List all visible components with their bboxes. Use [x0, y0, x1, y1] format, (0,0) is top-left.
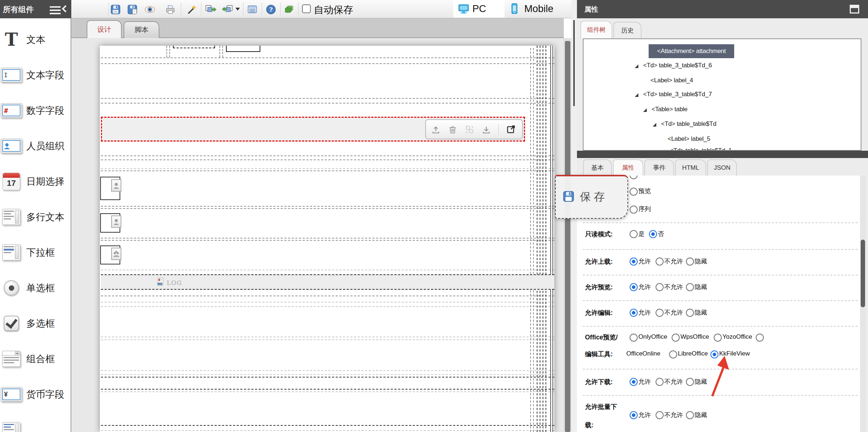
radio-batch-allow-selected[interactable] — [630, 411, 638, 419]
radio-label: 隐藏 — [695, 411, 707, 419]
splitter-handle[interactable] — [573, 20, 575, 106]
tab-html-label: HTML — [682, 164, 699, 172]
radio-officeonline[interactable] — [756, 334, 764, 342]
tab-html[interactable]: HTML — [675, 159, 706, 176]
radio-batch-hide[interactable] — [686, 411, 694, 419]
autosave-checkbox[interactable] — [302, 4, 311, 13]
tab-attributes[interactable]: 属性 — [613, 159, 643, 176]
person-picker-2[interactable] — [100, 213, 120, 233]
export-button[interactable] — [203, 3, 218, 16]
data-table-button[interactable] — [246, 3, 259, 16]
radio-download-deny[interactable] — [656, 378, 664, 386]
radio-batch-deny[interactable] — [656, 411, 664, 419]
panel-divider[interactable] — [577, 151, 868, 158]
clipped-field[interactable] — [173, 46, 215, 48]
collapse-sidebar-icon[interactable] — [62, 5, 69, 12]
radio-download-hide[interactable] — [686, 378, 694, 386]
open-external-icon[interactable] — [506, 124, 516, 134]
wizard-button[interactable] — [185, 3, 198, 16]
person-icon[interactable] — [111, 215, 121, 228]
sidebar-item-combo[interactable]: 组合框 — [0, 348, 71, 370]
radio-onlyoffice[interactable] — [630, 334, 638, 342]
radio-upload-allow-selected[interactable] — [630, 258, 638, 266]
sidebar-item-number-field[interactable]: # 数字字段 — [0, 99, 71, 121]
tab-script[interactable]: 脚本 — [124, 21, 159, 38]
radio-preview-mode[interactable] — [630, 188, 638, 196]
sidebar-item-textarea[interactable]: 多行文本 — [0, 206, 71, 228]
properties-scrollbar-thumb[interactable] — [861, 240, 865, 307]
clipped-button[interactable] — [226, 46, 260, 52]
tree-node[interactable]: <Label> label_4 — [650, 77, 693, 84]
radio-download-allow-selected[interactable] — [630, 378, 638, 386]
radio-edit-allow-selected[interactable] — [630, 309, 638, 317]
help-button[interactable]: ? — [264, 3, 278, 16]
import-button[interactable] — [220, 3, 235, 16]
upload-icon[interactable] — [431, 125, 441, 134]
tree-expander-icon[interactable] — [653, 123, 656, 127]
log-component[interactable]: LOG LOG — [101, 274, 554, 290]
sidebar-item-text-field[interactable]: I 文本字段 — [0, 64, 71, 86]
download-icon[interactable] — [482, 125, 491, 134]
person-icon[interactable] — [111, 179, 121, 192]
sidebar-item-person-org[interactable]: 人员组织 — [0, 135, 71, 157]
layers-button[interactable] — [283, 3, 296, 16]
radio-label: 允许 — [638, 308, 651, 317]
calendar-icon: 17 — [1, 170, 22, 192]
preview-button[interactable] — [143, 3, 156, 16]
tree-node[interactable]: <Td> table_3_table$Td_7 — [643, 91, 712, 98]
save-as-button[interactable] — [126, 3, 139, 16]
radio-label: 隐藏 — [695, 257, 707, 266]
radio-edit-deny[interactable] — [656, 309, 664, 317]
radio-yozooffice[interactable] — [714, 334, 722, 342]
sidebar-item-dropdown[interactable]: 下拉框 — [0, 241, 71, 263]
prop-label-readonly: 只读模式: — [585, 230, 613, 238]
radio-clipped-option[interactable] — [630, 176, 638, 179]
radio-serial-mode[interactable] — [630, 206, 638, 214]
tree-node[interactable]: <Label> label_5 — [668, 135, 710, 143]
menu-icon[interactable] — [50, 4, 61, 16]
person-picker-1[interactable] — [100, 177, 120, 200]
mobile-view-button[interactable]: Mobile — [505, 0, 560, 18]
radio-wpsoffice[interactable] — [672, 334, 680, 342]
tab-design[interactable]: 设计 — [87, 20, 122, 38]
sidebar-item-radio[interactable]: 单选框 — [0, 277, 71, 299]
tab-events[interactable]: 事件 — [645, 159, 674, 176]
window-icon[interactable] — [850, 5, 859, 14]
print-button[interactable] — [164, 3, 177, 16]
radio-libreoffice[interactable] — [669, 350, 677, 358]
tree-node[interactable]: <Td> table_table$Td — [661, 120, 716, 128]
tree-expander-icon[interactable] — [643, 108, 647, 112]
textarea-icon — [1, 206, 22, 228]
save-button[interactable] — [109, 3, 122, 16]
radio-readonly-yes[interactable] — [630, 230, 638, 238]
sidebar-item-partial[interactable] — [0, 419, 71, 432]
radio-upload-hide[interactable] — [686, 258, 694, 266]
sidebar-item-date-picker[interactable]: 17 日期选择 — [0, 170, 71, 192]
tree-node-clipped[interactable]: <Td> table_table$Td_1 — [670, 147, 732, 151]
radio-readonly-no-selected[interactable] — [649, 230, 657, 238]
pc-view-button[interactable]: PC — [453, 0, 505, 18]
tree-node[interactable]: <Td> table_3_table$Td_6 — [643, 62, 712, 69]
canvas-scrollbar-thumb[interactable] — [565, 41, 570, 432]
radio-preview-deny[interactable] — [656, 283, 664, 291]
tree-expander-icon[interactable] — [635, 64, 638, 68]
sidebar-item-currency[interactable]: ¥ 货币字段 — [0, 383, 71, 405]
sidebar-item-text[interactable]: T 文本 — [0, 29, 71, 50]
import-dropdown-caret[interactable] — [235, 8, 240, 11]
tab-history[interactable]: 历史 — [614, 22, 641, 38]
group-icon[interactable] — [111, 248, 121, 260]
tree-node-attachment-selected[interactable]: <Attachment> attachment — [649, 44, 734, 58]
delete-icon[interactable] — [448, 125, 457, 134]
radio-preview-allow-selected[interactable] — [630, 283, 638, 291]
group-picker[interactable] — [100, 245, 120, 264]
radio-edit-hide[interactable] — [686, 309, 694, 317]
tab-json[interactable]: JSON — [707, 159, 737, 176]
tab-basic[interactable]: 基本 — [583, 159, 612, 176]
radio-upload-deny[interactable] — [656, 258, 664, 266]
tree-node[interactable]: <Table> table — [652, 106, 687, 113]
tree-expander-icon[interactable] — [635, 93, 638, 97]
sidebar-item-checkbox[interactable]: 多选框 — [0, 312, 71, 334]
radio-label: 隐藏 — [695, 283, 707, 291]
tab-component-tree[interactable]: 组件树 — [581, 21, 612, 38]
radio-preview-hide[interactable] — [686, 283, 694, 291]
